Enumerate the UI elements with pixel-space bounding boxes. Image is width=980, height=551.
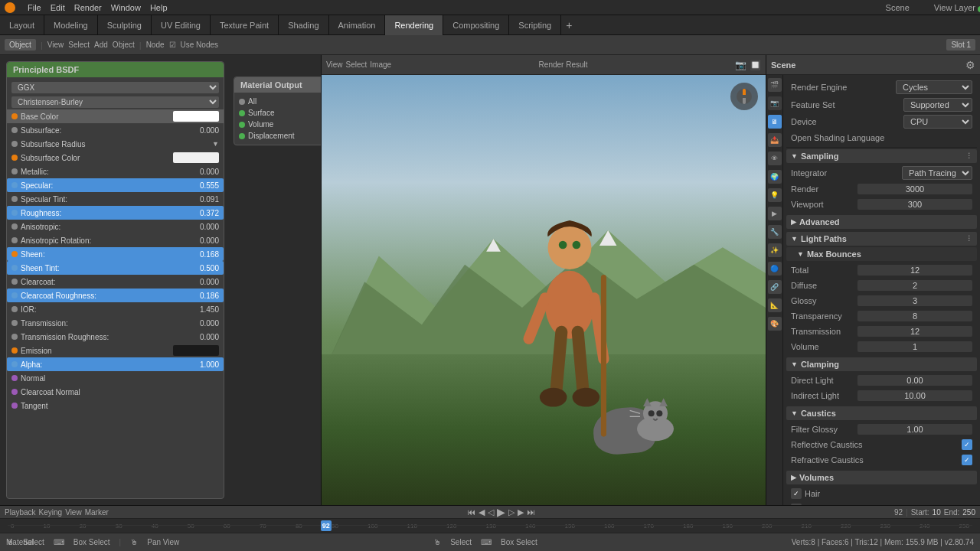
emission-swatch[interactable] [173,345,219,356]
direct-light-input[interactable] [858,375,972,386]
scene-props-icon[interactable]: 🎬 [768,78,782,92]
max-bounces-header[interactable]: ▼ Max Bounces [786,247,977,261]
scene-props-icon2[interactable]: 🌍 [768,170,782,184]
prev-keyframe-button[interactable]: ◁ [488,507,494,517]
tab-shading[interactable]: Shading [279,15,328,35]
menu-edit[interactable]: Edit [51,3,65,12]
advanced-header[interactable]: ▶ Advanced [786,215,977,229]
physics-icon[interactable]: 🔵 [768,262,782,276]
tab-modeling[interactable]: Modeling [44,15,98,35]
sheen-value[interactable]: 0.168 [188,250,219,259]
transmission-roughness-value[interactable]: 0.000 [188,333,219,341]
transmission-bounces-input[interactable] [858,326,972,337]
render-view-icon1[interactable]: 📷 [735,60,746,70]
subsurface-radius-arrow[interactable]: ▼ [212,140,219,148]
total-bounces-input[interactable] [858,265,972,276]
next-keyframe-button[interactable]: ▷ [508,507,514,517]
ggx-select[interactable]: GGX [11,82,219,93]
transmission-value[interactable]: 0.000 [188,319,219,328]
sampling-settings-icon[interactable]: ⋮ [965,152,972,160]
specular-tint-value[interactable]: 0.091 [188,195,219,204]
object-mode-button[interactable]: Object [5,39,36,51]
anisotropic-value[interactable]: 0.000 [188,223,219,231]
add-workspace-button[interactable]: + [566,19,572,31]
particles-icon[interactable]: ✨ [768,243,782,257]
tab-animation[interactable]: Animation [329,15,386,35]
next-frame-button[interactable]: ▶ [518,507,524,517]
glossy-bounces-input[interactable] [858,295,972,306]
christensen-select[interactable]: Christensen-Burley [11,96,219,108]
object-menu[interactable]: Object [113,41,135,49]
render-image-menu[interactable]: Image [370,60,391,69]
simplify-checkbox[interactable] [791,504,802,505]
tab-sculpting[interactable]: Sculpting [98,15,152,35]
jump-start-button[interactable]: ⏮ [467,507,475,517]
menu-render[interactable]: Render [74,3,102,12]
transparency-bounces-input[interactable] [858,311,972,321]
sheen-tint-value[interactable]: 0.500 [188,264,219,272]
world-props-icon[interactable]: 💡 [768,188,782,202]
end-frame-value[interactable]: 250 [962,508,975,517]
base-color-swatch[interactable] [173,111,219,122]
sampling-header[interactable]: ▼ Sampling ⋮ [786,149,977,163]
viewport-samples-input[interactable] [858,199,972,210]
nav-gizmo[interactable] [730,83,758,110]
subsurface-value[interactable]: 0.000 [188,126,219,135]
clearcoat-value[interactable]: 0.000 [188,278,219,286]
timeline-cursor[interactable]: 92 [321,520,332,531]
render-settings-icon[interactable]: 🖥 [768,115,782,129]
constraints-icon[interactable]: 🔗 [768,280,782,294]
data-props-icon[interactable]: 📐 [768,298,782,312]
tab-scripting[interactable]: Scripting [509,15,561,35]
clearcoat-roughness-value[interactable]: 0.186 [188,292,219,300]
hair-checkbox[interactable]: ✓ [791,488,802,499]
tab-rendering[interactable]: Rendering [385,15,443,35]
tab-uv-editing[interactable]: UV Editing [152,15,211,35]
tab-compositing[interactable]: Compositing [443,15,509,35]
tab-layout[interactable]: Layout [0,15,44,35]
filter-glossy-input[interactable] [858,424,972,435]
volumes-header[interactable]: ▶ Volumes [786,471,977,484]
menu-window[interactable]: Window [111,3,141,12]
output-props-icon[interactable]: 📤 [768,133,782,147]
volume-bounces-input[interactable] [858,341,972,352]
specular-value[interactable]: 0.555 [188,181,219,190]
light-paths-settings-icon[interactable]: ⋮ [965,235,972,243]
alpha-value[interactable]: 1.000 [188,360,219,369]
right-panel-settings-icon[interactable]: ⚙ [965,59,975,71]
menu-file[interactable]: File [28,3,41,12]
render-select-menu[interactable]: Select [346,60,368,69]
feature-set-select[interactable]: Supported [903,98,972,112]
tab-texture-paint[interactable]: Texture Paint [211,15,279,35]
device-select[interactable]: CPU [903,115,972,129]
play-button[interactable]: ▶ [497,506,505,518]
menu-help[interactable]: Help [150,3,168,12]
view-menu-timeline[interactable]: View [65,508,82,517]
clamping-header[interactable]: ▼ Clamping [786,357,977,371]
refractive-caustics-checkbox[interactable]: ✓ [962,455,972,465]
roughness-value[interactable]: 0.372 [188,209,219,217]
integrator-select[interactable]: Path Tracing [902,166,972,180]
modifier-props-icon[interactable]: 🔧 [768,225,782,239]
material-props-icon[interactable]: 🎨 [768,317,782,331]
view-layer-icon[interactable]: 👁 [768,152,782,165]
anisotropic-rotation-value[interactable]: 0.000 [188,236,219,245]
render-props-icon[interactable]: 📷 [768,96,782,110]
metallic-value[interactable]: 0.000 [188,168,219,176]
indirect-light-input[interactable] [858,390,972,401]
diffuse-bounces-input[interactable] [858,280,972,291]
start-frame-value[interactable]: 10 [933,508,941,517]
node-menu[interactable]: Node [146,41,165,49]
ior-value[interactable]: 1.450 [188,305,219,314]
view-menu[interactable]: View [47,41,64,49]
render-view-menu[interactable]: View [326,60,343,69]
keying-menu[interactable]: Keying [39,508,63,517]
render-view-icon2[interactable]: 🔲 [750,60,761,70]
slot-button[interactable]: Slot 1 [946,39,975,51]
playback-menu[interactable]: Playback [5,508,36,517]
prev-frame-button[interactable]: ◀ [479,507,485,517]
subsurface-color-swatch[interactable] [173,152,219,163]
jump-end-button[interactable]: ⏭ [527,507,535,517]
caustics-header[interactable]: ▼ Caustics [786,406,977,420]
use-nodes-checkbox[interactable]: ☑ [169,41,176,49]
